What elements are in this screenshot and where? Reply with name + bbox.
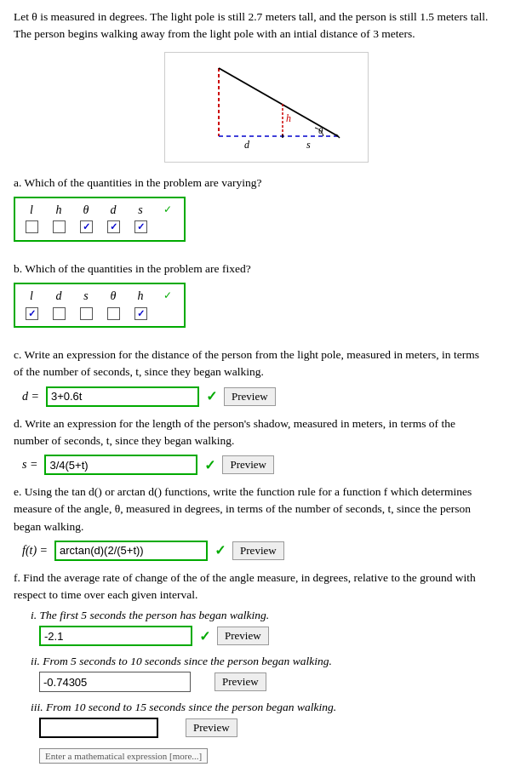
svg-text:d: d (244, 139, 250, 151)
part-a-cb-s[interactable] (133, 220, 148, 235)
part-f-sub-iii-input[interactable] (39, 718, 158, 738)
intro-text: Let θ is measured in degrees. The light … (14, 9, 518, 43)
part-c-eq-label: d = (22, 390, 39, 403)
part-e-eq-label: f(t) = (22, 544, 48, 558)
part-e-checkmark: ✓ (215, 542, 226, 558)
part-f: f. Find the average rate of change of th… (14, 569, 518, 764)
part-a-var-labels: l h θ d s ✓ (24, 203, 175, 217)
part-c-checkmark: ✓ (206, 388, 217, 404)
part-a-checkbox-row (24, 220, 175, 235)
diagram-container: h θ d s (14, 52, 518, 163)
diagram-svg: h θ d s (172, 60, 359, 160)
part-f-sub-ii-input[interactable] (39, 672, 191, 692)
part-c-preview-btn[interactable]: Preview (224, 387, 276, 406)
part-f-sub-i-input[interactable] (39, 626, 192, 646)
part-a-checkboxes: l h θ d s ✓ (14, 197, 186, 242)
part-b-cb-s[interactable] (78, 306, 94, 321)
part-e-preview-btn[interactable]: Preview (232, 541, 284, 560)
part-b-cb-l[interactable] (24, 306, 39, 321)
part-d-input[interactable] (44, 455, 197, 475)
part-f-sub-i-answer-row: ✓ Preview (39, 626, 518, 646)
part-b-checkbox-row (24, 306, 175, 321)
part-f-sub-ii: ii. From 5 seconds to 10 seconds since t… (31, 655, 518, 692)
part-e-question: e. Using the tan d() or arctan d() funct… (14, 484, 518, 535)
part-d-answer-row: s = ✓ Preview (22, 455, 518, 475)
part-b-cb-theta[interactable] (106, 306, 121, 321)
part-d-checkmark: ✓ (204, 457, 215, 473)
svg-text:s: s (306, 139, 311, 151)
part-c: c. Write an expression for the distance … (14, 346, 518, 407)
part-f-sub-iii-preview-btn[interactable]: Preview (186, 718, 237, 737)
part-b-cb-h[interactable] (133, 306, 148, 321)
part-a-cb-l[interactable] (24, 220, 39, 235)
part-a: a. Which of the quantities in the proble… (14, 175, 518, 252)
part-b: b. Which of the quantities in the proble… (14, 260, 518, 338)
part-a-cb-h[interactable] (51, 220, 66, 235)
part-b-checkboxes: l d s θ h ✓ (14, 283, 186, 328)
svg-text:h: h (286, 112, 291, 124)
part-f-sub-i-preview-btn[interactable]: Preview (217, 627, 269, 645)
part-f-sub-ii-question: ii. From 5 seconds to 10 seconds since t… (31, 655, 518, 668)
part-f-sub-i-question: i. The first 5 seconds the person has be… (31, 609, 518, 622)
part-f-sub-iii-question: iii. From 10 second to 15 seconds since … (31, 701, 518, 714)
diagram-box: h θ d s (164, 52, 369, 163)
svg-text:θ: θ (318, 125, 323, 135)
part-a-cb-theta[interactable] (78, 220, 94, 235)
part-f-sub-ii-answer-row: ✓ Preview (39, 672, 518, 692)
part-f-sub-ii-preview-btn[interactable]: Preview (215, 672, 266, 691)
part-f-sub-i-checkmark: ✓ (199, 628, 210, 644)
part-c-input[interactable] (46, 386, 199, 407)
part-f-sub-iii: iii. From 10 second to 15 seconds since … (31, 701, 518, 764)
part-e-input[interactable] (54, 541, 208, 561)
part-b-cb-d[interactable] (51, 306, 66, 321)
part-f-sub-iii-answer-row: Preview (39, 718, 518, 738)
part-b-question: b. Which of the quantities in the proble… (14, 260, 518, 278)
part-a-question: a. Which of the quantities in the proble… (14, 175, 518, 192)
part-e: e. Using the tan d() or arctan d() funct… (14, 484, 518, 561)
part-d-eq-label: s = (22, 458, 37, 472)
part-e-answer-row: f(t) = ✓ Preview (22, 541, 518, 561)
part-f-sub-iii-hint-container: Enter a mathematical expression [more...… (39, 747, 518, 764)
part-c-question: c. Write an expression for the distance … (14, 346, 518, 381)
part-f-sub-i: i. The first 5 seconds the person has be… (31, 609, 518, 646)
part-d: d. Write an expression for the length of… (14, 415, 518, 476)
part-d-preview-btn[interactable]: Preview (222, 455, 274, 474)
part-f-question: f. Find the average rate of change of th… (14, 569, 518, 604)
part-a-cb-d[interactable] (106, 220, 121, 235)
part-b-var-labels: l d s θ h ✓ (24, 289, 175, 303)
part-c-answer-row: d = ✓ Preview (22, 386, 518, 407)
part-d-question: d. Write an expression for the length of… (14, 415, 518, 450)
part-f-sub-iii-hint[interactable]: Enter a mathematical expression [more...… (39, 748, 208, 764)
